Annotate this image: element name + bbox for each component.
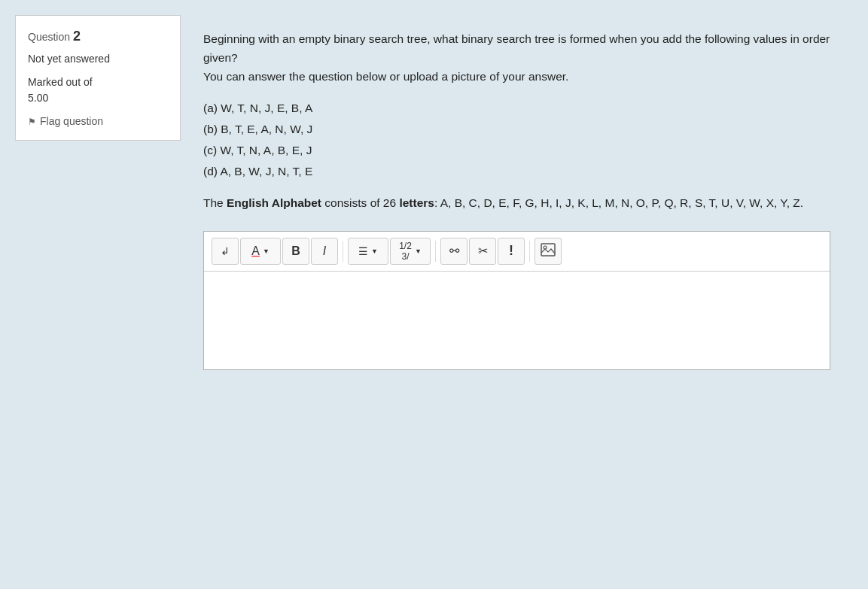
option-a: (a) W, T, N, J, E, B, A bbox=[203, 98, 830, 119]
sidebar-card: Question 2 Not yet answered Marked out o… bbox=[15, 15, 181, 141]
italic-button[interactable]: I bbox=[311, 238, 338, 265]
question-number: 2 bbox=[73, 29, 81, 44]
bold-icon: B bbox=[291, 244, 300, 258]
unlink-icon: ✂ bbox=[478, 244, 488, 258]
unlink-button[interactable]: ✂ bbox=[469, 238, 496, 265]
exclaim-button[interactable]: ! bbox=[498, 238, 525, 265]
italic-icon: I bbox=[323, 244, 326, 258]
exclaim-icon: ! bbox=[509, 243, 513, 259]
alphabet-info: The English Alphabet consists of 26 lett… bbox=[203, 194, 830, 213]
undo-button[interactable]: ↲ bbox=[212, 238, 239, 265]
link-icon: ⚯ bbox=[449, 244, 459, 258]
question-label: Question bbox=[28, 31, 70, 43]
font-color-button[interactable]: A ▼ bbox=[240, 238, 281, 265]
separator-3 bbox=[529, 241, 530, 262]
option-d: (d) A, B, W, J, N, T, E bbox=[203, 161, 830, 182]
flag-question-button[interactable]: ⚑ Flag question bbox=[28, 114, 168, 129]
editor-body[interactable] bbox=[204, 272, 830, 369]
editor-toolbar: ↲ A ▼ B I ☰ ▼ bbox=[204, 232, 830, 272]
image-button[interactable] bbox=[535, 238, 562, 265]
option-b: (b) B, T, E, A, N, W, J bbox=[203, 119, 830, 140]
question-intro-text: Beginning with an empty binary search tr… bbox=[203, 30, 830, 86]
separator-1 bbox=[343, 241, 343, 262]
unordered-list-icon: ☰ bbox=[358, 245, 368, 257]
font-color-dropdown-arrow: ▼ bbox=[263, 247, 270, 255]
numbered-list-icon: 1/23/ bbox=[399, 241, 412, 262]
bold-button[interactable]: B bbox=[282, 238, 309, 265]
options-list: (a) W, T, N, J, E, B, A (b) B, T, E, A, … bbox=[203, 98, 830, 182]
flag-icon: ⚑ bbox=[28, 115, 36, 129]
image-icon bbox=[541, 243, 556, 259]
separator-2 bbox=[435, 241, 436, 262]
answer-editor: ↲ A ▼ B I ☰ ▼ bbox=[203, 231, 830, 370]
sidebar: Question 2 Not yet answered Marked out o… bbox=[15, 15, 181, 574]
marked-out-label: Marked out of 5.00 bbox=[28, 74, 168, 106]
option-c: (c) W, T, N, A, B, E, J bbox=[203, 140, 830, 161]
main-content: Beginning with an empty binary search tr… bbox=[181, 15, 853, 574]
page-wrapper: Question 2 Not yet answered Marked out o… bbox=[15, 15, 853, 574]
font-color-icon: A bbox=[251, 244, 260, 258]
numbered-list-arrow: ▼ bbox=[415, 247, 422, 255]
undo-icon: ↲ bbox=[221, 245, 230, 257]
link-button[interactable]: ⚯ bbox=[440, 238, 468, 265]
svg-rect-0 bbox=[541, 244, 555, 256]
unordered-list-arrow: ▼ bbox=[371, 247, 378, 255]
unordered-list-button[interactable]: ☰ ▼ bbox=[348, 238, 388, 265]
not-answered-status: Not yet answered bbox=[28, 51, 168, 67]
flag-question-label: Flag question bbox=[40, 114, 103, 129]
numbered-list-button[interactable]: 1/23/ ▼ bbox=[390, 238, 431, 265]
question-header: Question 2 bbox=[28, 26, 168, 47]
